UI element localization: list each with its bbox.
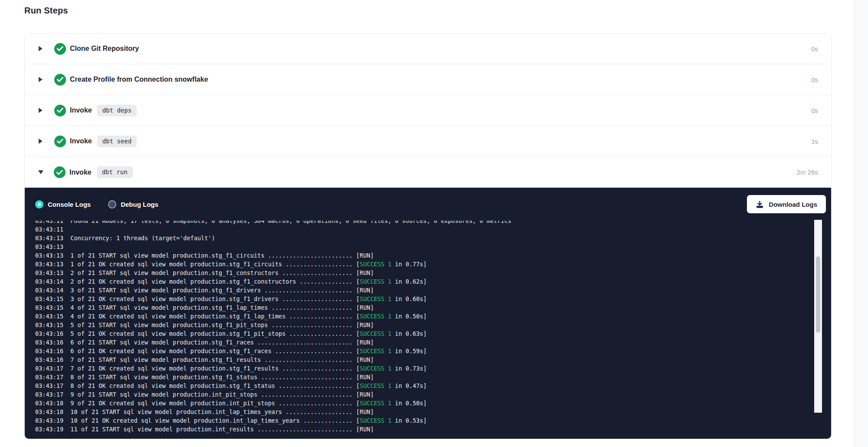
log-line: 03:43:16 6 of 21 START sql view model pr… bbox=[35, 338, 511, 347]
download-logs-button[interactable]: Download Logs bbox=[747, 195, 826, 213]
success-check-icon bbox=[54, 166, 66, 178]
step-duration: 2m 26s bbox=[797, 169, 818, 176]
log-line: 03:43:15 5 of 21 START sql view model pr… bbox=[35, 321, 511, 329]
step-label: Invoke bbox=[69, 169, 92, 176]
log-line: 03:43:17 8 of 21 START sql view model pr… bbox=[35, 373, 511, 381]
log-success-status: SUCCESS 1 bbox=[360, 400, 391, 407]
radio-selected-icon[interactable] bbox=[35, 200, 43, 209]
caret-down-icon[interactable] bbox=[38, 170, 43, 174]
run-steps-card: Clone Git Repository0sCreate Profile fro… bbox=[24, 33, 832, 439]
log-line: 03:43:15 4 of 21 OK created sql view mod… bbox=[35, 312, 511, 321]
log-line: 03:43:13 1 of 21 START sql view model pr… bbox=[35, 251, 511, 260]
log-line: 03:43:16 5 of 21 OK created sql view mod… bbox=[35, 329, 511, 338]
run-steps-page: Run Steps Clone Git Repository0sCreate P… bbox=[0, 0, 854, 447]
log-success-status: SUCCESS 1 bbox=[360, 417, 391, 424]
log-line: 03:43:13 2 of 21 START sql view model pr… bbox=[35, 268, 511, 277]
log-success-status: SUCCESS 1 bbox=[360, 278, 391, 285]
success-check-icon bbox=[54, 105, 66, 116]
caret-right-icon[interactable] bbox=[39, 77, 43, 82]
log-line: 03:43:11 bbox=[35, 225, 511, 234]
log-line: 03:43:14 2 of 21 OK created sql view mod… bbox=[35, 277, 511, 286]
steps-list: Clone Git Repository0sCreate Profile fro… bbox=[25, 33, 831, 188]
step-command-badge: dbt deps bbox=[97, 105, 137, 116]
step-duration: 0s bbox=[811, 45, 818, 53]
caret-right-icon[interactable] bbox=[39, 108, 43, 113]
log-lines: 03:43:11 Found 21 models, 17 tests, 0 sn… bbox=[35, 221, 511, 434]
step-row[interactable]: Invokedbt run2m 26s bbox=[25, 157, 831, 188]
success-check-icon bbox=[54, 74, 66, 86]
step-label: Invoke bbox=[70, 137, 92, 145]
step-row[interactable]: Clone Git Repository0s bbox=[25, 33, 831, 64]
log-line: 03:43:16 6 of 21 OK created sql view mod… bbox=[35, 347, 511, 355]
log-line: 03:43:13 Concurrency: 1 threads (target=… bbox=[35, 234, 511, 242]
right-side-panel-edge bbox=[854, 0, 868, 447]
log-success-status: SUCCESS 1 bbox=[360, 365, 391, 372]
page-title: Run Steps bbox=[24, 6, 68, 16]
log-success-status: SUCCESS 1 bbox=[360, 330, 391, 337]
download-icon bbox=[756, 200, 764, 209]
step-label: Create Profile from Connection snowflake bbox=[70, 76, 208, 83]
log-line: 03:43:18 9 of 21 OK created sql view mod… bbox=[35, 399, 511, 407]
step-row[interactable]: Invokedbt seed1s bbox=[25, 126, 831, 157]
debug-logs-radio[interactable]: Debug Logs bbox=[108, 200, 158, 209]
log-line: 03:43:17 8 of 21 OK created sql view mod… bbox=[35, 381, 511, 390]
success-check-icon bbox=[54, 136, 66, 147]
logs-panel: Console Logs Debug Logs Download Logs bbox=[25, 188, 831, 439]
step-label: Clone Git Repository bbox=[70, 45, 139, 53]
log-success-status: SUCCESS 1 bbox=[360, 382, 391, 389]
console-logs-label[interactable]: Console Logs bbox=[48, 201, 91, 208]
log-viewport[interactable]: 03:43:11 Found 21 models, 17 tests, 0 sn… bbox=[35, 221, 816, 439]
caret-right-icon[interactable] bbox=[39, 139, 43, 144]
log-line: 03:43:17 9 of 21 START sql view model pr… bbox=[35, 390, 511, 399]
log-line: 03:43:11 Found 21 models, 17 tests, 0 sn… bbox=[35, 221, 511, 225]
log-line: 03:43:19 10 of 21 OK created sql view mo… bbox=[35, 416, 511, 425]
log-line: 03:43:15 4 of 21 START sql view model pr… bbox=[35, 303, 511, 312]
step-row[interactable]: Create Profile from Connection snowflake… bbox=[25, 64, 831, 95]
step-duration: 0s bbox=[811, 107, 818, 114]
caret-right-icon[interactable] bbox=[39, 46, 43, 51]
log-success-status: SUCCESS 1 bbox=[360, 313, 391, 320]
step-duration: 0s bbox=[811, 76, 818, 83]
success-check-icon bbox=[54, 43, 66, 55]
console-logs-radio[interactable]: Console Logs bbox=[35, 200, 91, 209]
log-success-status: SUCCESS 1 bbox=[360, 348, 391, 354]
download-logs-label: Download Logs bbox=[769, 201, 817, 208]
log-scrollbar-thumb[interactable] bbox=[816, 256, 820, 333]
log-line: 03:43:13 1 of 21 OK created sql view mod… bbox=[35, 260, 511, 268]
log-success-status: SUCCESS 1 bbox=[360, 295, 391, 302]
radio-unselected-icon[interactable] bbox=[108, 200, 116, 209]
log-scrollbar-track[interactable] bbox=[814, 220, 822, 413]
step-row[interactable]: Invokedbt deps0s bbox=[25, 95, 831, 126]
log-line: 03:43:17 7 of 21 OK created sql view mod… bbox=[35, 364, 511, 373]
step-command-badge: dbt run bbox=[97, 166, 133, 178]
log-success-status: SUCCESS 1 bbox=[360, 261, 391, 268]
log-line: 03:43:15 3 of 21 OK created sql view mod… bbox=[35, 295, 511, 303]
step-command-badge: dbt seed bbox=[97, 136, 137, 147]
debug-logs-label[interactable]: Debug Logs bbox=[121, 201, 158, 208]
step-label: Invoke bbox=[70, 106, 92, 114]
logs-panel-header: Console Logs Debug Logs Download Logs bbox=[25, 188, 831, 220]
log-line: 03:43:18 10 of 21 START sql view model p… bbox=[35, 407, 511, 416]
log-line: 03:43:16 7 of 21 START sql view model pr… bbox=[35, 355, 511, 364]
log-line: 03:43:13 bbox=[35, 242, 511, 251]
log-line: 03:43:19 11 of 21 START sql view model p… bbox=[35, 425, 511, 434]
log-line: 03:43:14 3 of 21 START sql view model pr… bbox=[35, 286, 511, 295]
step-duration: 1s bbox=[811, 138, 818, 145]
